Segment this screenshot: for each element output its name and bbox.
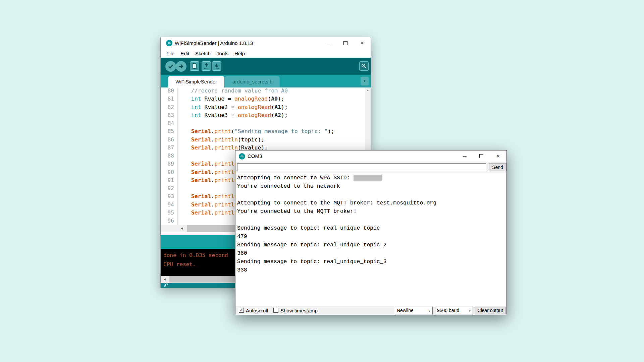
code-line-80: 80 //record random value from A0 <box>161 87 365 95</box>
serial-monitor-window: ∞ COM3 ✕ Send Attempting to connect to W… <box>235 150 507 314</box>
scroll-left-icon: ◀ <box>161 276 168 283</box>
serial-maximize-button[interactable] <box>473 150 490 162</box>
code-text: int Rvalue2 = analogRead(A1); <box>178 103 288 111</box>
line-number: 87 <box>161 144 174 152</box>
line-number: 86 <box>161 136 174 144</box>
ide-toolbar <box>161 58 371 75</box>
serial-output-line: 338 <box>237 266 505 274</box>
scroll-left-icon: ◀ <box>178 225 185 232</box>
code-text: Serial.println( <box>178 176 241 184</box>
menu-bar: FileEditSketchToolsHelp <box>161 49 371 58</box>
ide-window-title: WiFiSimpleSender | Arduino 1.8.13 <box>175 37 253 49</box>
code-text: Serial.println( <box>178 160 241 168</box>
line-number: 95 <box>161 209 174 217</box>
autoscroll-checkbox[interactable]: ✓ <box>239 308 244 313</box>
line-number: 81 <box>161 95 174 103</box>
code-text: Serial.println(topic); <box>178 136 264 144</box>
open-button[interactable] <box>202 61 211 71</box>
tab-overflow-button[interactable]: ▼ <box>361 77 369 85</box>
line-number: 91 <box>161 176 174 184</box>
line-ending-value: Newline <box>397 308 414 313</box>
line-number: 89 <box>161 160 174 168</box>
upload-button[interactable] <box>176 61 186 72</box>
close-icon: ✕ <box>361 41 364 45</box>
serial-close-button[interactable]: ✕ <box>490 150 506 162</box>
serial-monitor-button[interactable] <box>359 61 369 71</box>
line-number: 83 <box>161 111 174 119</box>
serial-output[interactable]: Attempting to connect to WPA SSID: You'r… <box>235 173 506 306</box>
arrow-right-icon <box>178 63 184 70</box>
serial-output-line <box>237 216 505 224</box>
maximize-icon <box>479 154 483 158</box>
code-line-85: 85 Serial.print("Sending message to topi… <box>161 127 365 135</box>
code-line-84: 84 <box>161 119 365 127</box>
maximize-icon <box>343 41 347 45</box>
serial-output-line: You're connected to the network <box>237 182 505 190</box>
code-text: Serial.println( <box>178 168 241 176</box>
code-text: Serial.print("Sending message to topic: … <box>178 127 334 135</box>
minimize-icon <box>463 156 467 157</box>
show-timestamp-checkbox[interactable] <box>273 308 278 313</box>
chevron-down-icon: ∨ <box>469 307 471 314</box>
ide-minimize-button[interactable] <box>320 37 337 49</box>
tab-strip: WiFiSimpleSenderarduino_secrets.h ▼ <box>161 75 371 87</box>
menu-edit[interactable]: Edit <box>177 51 192 56</box>
baud-rate-select[interactable]: 9600 baud ∨ <box>435 307 473 314</box>
line-ending-select[interactable]: Newline ∨ <box>395 307 433 314</box>
menu-sketch[interactable]: Sketch <box>192 51 214 56</box>
serial-output-line: Attempting to connect to WPA SSID: <box>237 174 505 182</box>
serial-output-line: Attempting to connect to the MQTT broker… <box>237 199 505 207</box>
serial-output-line: Sending message to topic: real_unique_to… <box>237 257 505 266</box>
arduino-logo-icon: ∞ <box>166 40 172 46</box>
clear-output-button[interactable]: Clear output <box>475 307 506 314</box>
tab-bar-tabs: WiFiSimpleSenderarduino_secrets.h <box>168 76 280 87</box>
chevron-down-icon: ▼ <box>363 79 366 83</box>
code-line-82: 82 int Rvalue2 = analogRead(A1); <box>161 103 365 111</box>
magnifier-icon <box>361 63 367 69</box>
menu-file[interactable]: File <box>163 51 177 56</box>
save-button[interactable] <box>212 61 221 71</box>
current-line-indicator: 97 <box>164 283 168 288</box>
serial-minimize-button[interactable] <box>456 150 473 162</box>
ide-close-button[interactable]: ✕ <box>354 37 371 49</box>
line-number: 90 <box>161 168 174 176</box>
baud-rate-value: 9600 baud <box>437 308 459 313</box>
send-button[interactable]: Send <box>489 163 506 171</box>
line-number: 88 <box>161 152 174 160</box>
document-icon <box>192 63 198 69</box>
menu-help[interactable]: Help <box>231 51 248 56</box>
ide-titlebar[interactable]: ∞ WiFiSimpleSender | Arduino 1.8.13 ✕ <box>161 37 371 49</box>
code-text: Serial.println( <box>178 201 241 209</box>
serial-send-input[interactable] <box>237 163 486 171</box>
code-text: Serial.println( <box>178 192 241 200</box>
tab-arduino_secrets.h[interactable]: arduino_secrets.h <box>225 76 280 87</box>
serial-output-line <box>237 190 505 199</box>
show-timestamp-label: Show timestamp <box>280 306 318 315</box>
redacted-ssid-block <box>354 175 382 181</box>
arrow-down-icon <box>214 63 220 69</box>
arrow-up-icon <box>203 63 209 69</box>
code-text: Serial.println( <box>178 209 241 217</box>
chevron-down-icon: ∨ <box>428 307 431 314</box>
serial-titlebar[interactable]: ∞ COM3 ✕ <box>235 150 506 162</box>
line-number: 84 <box>161 119 174 127</box>
line-number: 85 <box>161 127 174 135</box>
new-sketch-button[interactable] <box>190 61 199 71</box>
code-line-81: 81 int Rvalue = analogRead(A0); <box>161 95 365 103</box>
ide-maximize-button[interactable] <box>337 37 354 49</box>
serial-bottom-bar: ✓ Autoscroll Show timestamp Newline ∨ 96… <box>235 306 506 315</box>
line-number: 96 <box>161 217 174 225</box>
line-number: 93 <box>161 192 174 200</box>
menu-tools[interactable]: Tools <box>214 51 231 56</box>
serial-output-line: 479 <box>237 232 505 241</box>
serial-window-title: COM3 <box>248 150 262 162</box>
serial-output-line: 380 <box>237 249 505 257</box>
tab-wifisimplesender[interactable]: WiFiSimpleSender <box>168 76 224 87</box>
autoscroll-label: Autoscroll <box>246 306 268 315</box>
code-text: //record random value from A0 <box>178 87 288 95</box>
code-line-86: 86 Serial.println(topic); <box>161 136 365 144</box>
serial-output-line: Sending message to topic: real_unique_to… <box>237 224 505 232</box>
code-text: int Rvalue = analogRead(A0); <box>178 95 284 103</box>
serial-output-line: Sending message to topic: real_unique_to… <box>237 241 505 249</box>
verify-button[interactable] <box>165 61 176 72</box>
